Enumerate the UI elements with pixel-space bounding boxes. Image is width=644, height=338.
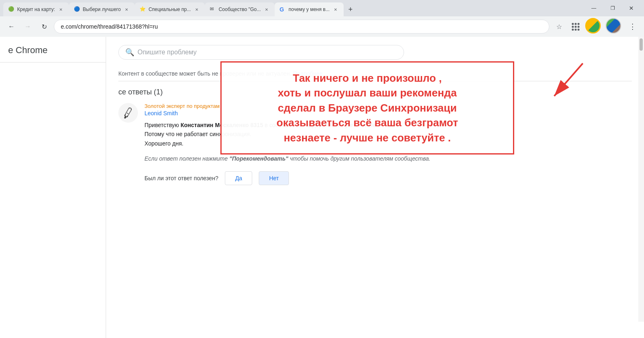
address-bar: ← → ↻ e.com/chrome/thread/84171368?hl=ru… [0, 16, 644, 37]
red-arrow [546, 59, 595, 110]
tab-2-close[interactable]: ✕ [123, 6, 130, 13]
annotation-text: Так ничего и не произошло , хоть и послу… [231, 71, 503, 145]
hint-bold: "Порекомендовать" [229, 155, 289, 162]
helpful-hint: Если ответ полезен нажмите "Порекомендов… [144, 154, 632, 163]
feedback-row: Был ли этот ответ полезен? Да Нет [144, 171, 632, 185]
apps-grid-button[interactable] [569, 20, 582, 33]
reload-button[interactable]: ↻ [38, 20, 51, 33]
tab-4-label: Сообщество "Go... [219, 7, 261, 12]
site-title: e Chrome [8, 45, 98, 56]
annotation-overlay: Так ничего и не произошло , хоть и послу… [220, 61, 514, 154]
tab-3[interactable]: ⭐ Специальные пр... ✕ [135, 2, 205, 16]
search-input[interactable]: Опишите проблему [138, 49, 397, 56]
tab-1-favicon: 🟢 [8, 6, 15, 13]
tab-bar: 🟢 Кредит на карту: ✕ 🔵 Выбери лучшего ✕ … [0, 0, 644, 16]
tab-2-favicon: 🔵 [74, 6, 80, 13]
tab-1-label: Кредит на карту: [17, 7, 55, 12]
tab-4[interactable]: ✉ Сообщество "Go... ✕ [205, 2, 275, 16]
url-text: e.com/chrome/thread/84171368?hl=ru [61, 23, 542, 30]
tab-2-label: Выбери лучшего [83, 7, 121, 12]
greeting: Приветствую [144, 122, 180, 128]
profile-avatar-1[interactable] [585, 18, 602, 35]
maximize-button[interactable]: ❐ [603, 2, 622, 15]
minimize-button[interactable]: — [584, 2, 603, 15]
tab-1-close[interactable]: ✕ [58, 6, 64, 13]
tab-3-favicon: ⭐ [140, 6, 146, 13]
back-button[interactable]: ← [5, 20, 18, 33]
url-bar[interactable]: e.com/chrome/thread/84171368?hl=ru [54, 20, 549, 34]
profile-avatar-2[interactable] [606, 18, 623, 35]
bookmark-icon[interactable]: ☆ [553, 20, 566, 33]
search-box[interactable]: 🔍 Опишите проблему [118, 45, 404, 60]
yes-button[interactable]: Да [225, 171, 252, 185]
tab-5[interactable]: G почему у меня в... ✕ [275, 2, 344, 16]
forward-button[interactable]: → [21, 20, 34, 33]
hint-prefix: Если ответ полезен нажмите [144, 155, 229, 162]
page-content: e Chrome 🔍 Опишите проблему Контент в со… [0, 37, 644, 338]
tab-4-close[interactable]: ✕ [263, 6, 270, 13]
main-content: 🔍 Опишите проблему Контент в сообществе … [106, 37, 644, 338]
apps-grid-icon [572, 23, 580, 31]
no-button[interactable]: Нет [259, 171, 289, 185]
search-icon: 🔍 [125, 48, 134, 57]
tab-5-label: почему у меня в... [289, 7, 330, 12]
hint-suffix: чтобы помочь другим пользователям сообще… [288, 155, 430, 162]
feedback-label: Был ли этот ответ полезен? [144, 175, 218, 181]
feather-icon: 🖊 [121, 105, 135, 121]
window-controls: — ❐ ✕ [584, 2, 641, 16]
tab-5-close[interactable]: ✕ [332, 6, 339, 13]
tab-5-favicon: G [280, 6, 286, 13]
menu-button[interactable]: ⋮ [626, 20, 639, 33]
tab-2[interactable]: 🔵 Выбери лучшего ✕ [69, 2, 135, 16]
sidebar: e Chrome [0, 37, 106, 338]
answer-line3: Хорошего дня. [144, 140, 183, 147]
expert-avatar: 🖊 [118, 103, 138, 123]
tab-3-label: Специальные пр... [149, 7, 191, 12]
close-button[interactable]: ✕ [622, 2, 641, 15]
tab-1[interactable]: 🟢 Кредит на карту: ✕ [3, 2, 69, 16]
tab-3-close[interactable]: ✕ [193, 6, 200, 13]
tab-4-favicon: ✉ [210, 6, 216, 13]
svg-line-1 [554, 63, 583, 96]
new-tab-button[interactable]: + [344, 2, 358, 16]
